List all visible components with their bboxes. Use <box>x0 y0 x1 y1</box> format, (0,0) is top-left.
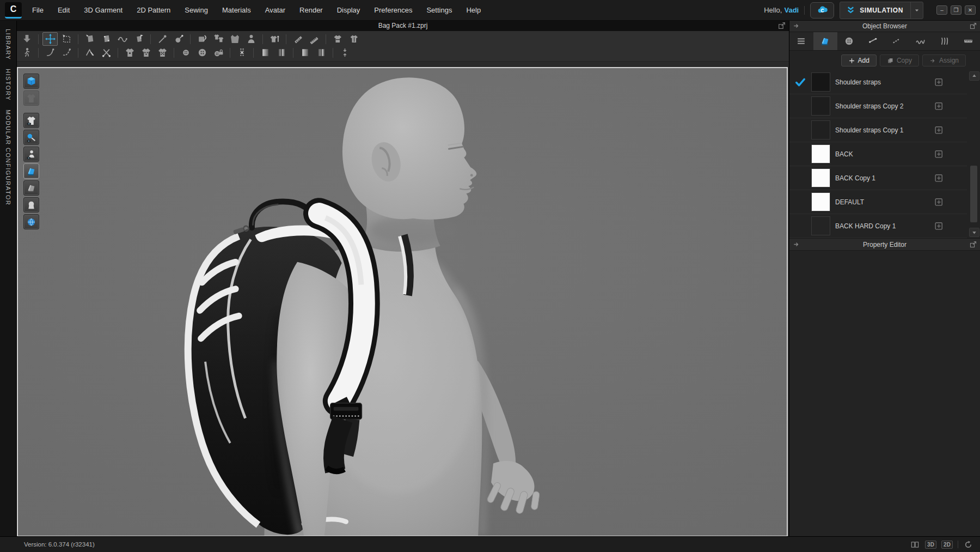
fabric-swatch[interactable] <box>811 216 830 235</box>
save-to-library-icon[interactable] <box>934 173 944 183</box>
spray-pin-tool[interactable] <box>171 32 186 46</box>
fold-angle-b-tool[interactable] <box>274 46 289 59</box>
simulation-dropdown[interactable] <box>910 2 923 19</box>
property-editor-header[interactable]: Property Editor <box>789 238 980 251</box>
button-tool[interactable] <box>178 46 193 59</box>
fabric-swatch[interactable] <box>811 72 830 92</box>
menu-item[interactable]: Render <box>292 0 330 20</box>
fabric-swatch[interactable] <box>811 120 830 139</box>
fabric-list-item[interactable]: Shoulder straps Copy 1 <box>789 118 967 142</box>
menu-item[interactable]: Materials <box>215 0 258 20</box>
restore-button[interactable]: ❐ <box>951 5 961 15</box>
show-avatar-toggle[interactable] <box>23 147 39 162</box>
save-to-library-icon[interactable] <box>934 125 944 135</box>
clo-logo[interactable]: C <box>5 2 22 19</box>
fabric-swatch[interactable] <box>811 192 830 211</box>
pin-tool[interactable] <box>155 32 170 46</box>
rail-tab-library[interactable]: LIBRARY <box>5 29 11 60</box>
menu-item[interactable]: 2D Pattern <box>130 0 177 20</box>
menu-item[interactable]: File <box>25 0 51 20</box>
arrangement-points-tool[interactable] <box>243 32 259 46</box>
show-avatar-head-toggle[interactable] <box>23 197 39 213</box>
minimize-button[interactable]: – <box>936 5 947 15</box>
object-browser-header[interactable]: Object Browser <box>789 20 980 32</box>
fitting-suit-tool[interactable] <box>267 32 282 46</box>
scroll-up-button[interactable] <box>969 71 979 81</box>
view-2d-button[interactable]: 2D <box>941 541 953 549</box>
pressure-tool[interactable] <box>337 46 352 59</box>
add-button[interactable]: Add <box>841 54 877 66</box>
attach-tape-tool[interactable] <box>307 32 322 46</box>
view-3d-button[interactable]: 3D <box>925 541 936 549</box>
fabric-list-item[interactable]: Shoulder straps Copy 2 <box>789 94 967 118</box>
document-tab-title[interactable]: Bag Pack #1.zprj <box>378 22 428 29</box>
stretch-garment-h-tool[interactable] <box>330 32 345 46</box>
zipper-tool[interactable] <box>234 46 249 59</box>
pleats-sewing-tool[interactable] <box>122 46 137 59</box>
tab-fabric[interactable] <box>813 32 837 50</box>
menu-item[interactable]: Edit <box>51 0 77 20</box>
fabric-swatch[interactable] <box>811 96 830 116</box>
fasten-button-tool[interactable] <box>211 46 226 59</box>
menu-item[interactable]: 3D Garment <box>77 0 130 20</box>
fabric-swatch[interactable] <box>811 168 830 187</box>
textured-surface-toggle[interactable] <box>23 163 39 179</box>
collapse-arrow-icon[interactable] <box>792 240 800 248</box>
smooth-fold-b-tool[interactable] <box>314 46 329 59</box>
smooth-fold-a-tool[interactable] <box>297 46 313 59</box>
thick-textured-surface-toggle[interactable] <box>23 180 39 196</box>
fold-arrangement-tool[interactable] <box>138 46 154 59</box>
fabric-list-item[interactable]: BACK HARD Copy 1 <box>789 214 967 238</box>
save-to-library-icon[interactable] <box>934 221 944 231</box>
viewport-3d[interactable] <box>17 67 788 537</box>
refresh-icon[interactable] <box>963 540 973 549</box>
fabric-list-item[interactable]: DEFAULT <box>789 190 967 214</box>
popout-icon[interactable] <box>969 240 977 248</box>
buttonhole-tool[interactable] <box>194 46 210 59</box>
popout-icon[interactable] <box>777 21 786 30</box>
menu-item[interactable]: Avatar <box>258 0 292 20</box>
edit-curve-tool[interactable] <box>115 32 130 46</box>
save-to-library-icon[interactable] <box>934 197 944 207</box>
menu-item[interactable]: Settings <box>419 0 459 20</box>
tab-button[interactable] <box>837 32 861 50</box>
assign-button[interactable]: Assign <box>922 54 966 66</box>
viewport-scene[interactable] <box>18 68 787 536</box>
tape-measure-tool[interactable] <box>290 32 305 46</box>
collapse-arrow-icon[interactable] <box>792 22 800 30</box>
rail-tab-history[interactable]: HISTORY <box>5 69 11 101</box>
fold-3d-pattern-tool[interactable] <box>155 46 170 59</box>
simulate-tool[interactable] <box>19 32 34 46</box>
show-garment-toggle[interactable] <box>23 113 39 128</box>
menu-item[interactable]: Sewing <box>177 0 215 20</box>
split-view-icon[interactable] <box>910 540 920 549</box>
stretch-garment-v-tool[interactable] <box>346 32 362 46</box>
save-to-library-icon[interactable] <box>934 101 944 111</box>
show-3d-garment-toggle[interactable] <box>23 74 39 89</box>
move-pattern-tool[interactable] <box>82 32 97 46</box>
simulation-button[interactable]: SIMULATION <box>840 2 923 19</box>
fabric-list-item[interactable]: BACK <box>789 142 967 166</box>
fold-angle-a-tool[interactable] <box>258 46 273 59</box>
menu-item[interactable]: Preferences <box>367 0 419 20</box>
edit-sewing-tool[interactable] <box>82 46 97 59</box>
reset-arrangement-tool[interactable] <box>211 32 226 46</box>
arrangement-tool[interactable] <box>194 32 210 46</box>
menu-item[interactable]: Help <box>459 0 488 20</box>
list-scrollbar[interactable] <box>969 71 978 237</box>
fabric-list-item[interactable]: BACK Copy 1 <box>789 166 967 190</box>
tab-puckering[interactable] <box>933 32 957 50</box>
flatten-pattern-tool[interactable] <box>131 32 146 46</box>
select-box-tool[interactable] <box>59 32 74 46</box>
tab-measure[interactable] <box>956 32 980 50</box>
select-move-tool[interactable] <box>42 32 58 46</box>
close-button[interactable]: ✕ <box>965 5 976 15</box>
free-sewing-tool[interactable] <box>59 46 74 59</box>
tab-seam[interactable] <box>861 32 885 50</box>
save-to-library-icon[interactable] <box>934 149 944 159</box>
save-to-library-icon[interactable] <box>934 77 944 87</box>
menu-item[interactable]: Display <box>330 0 367 20</box>
tab-scene-list[interactable] <box>789 32 813 50</box>
detach-sewing-tool[interactable] <box>99 46 114 59</box>
bounding-volume-tool[interactable] <box>227 32 242 46</box>
